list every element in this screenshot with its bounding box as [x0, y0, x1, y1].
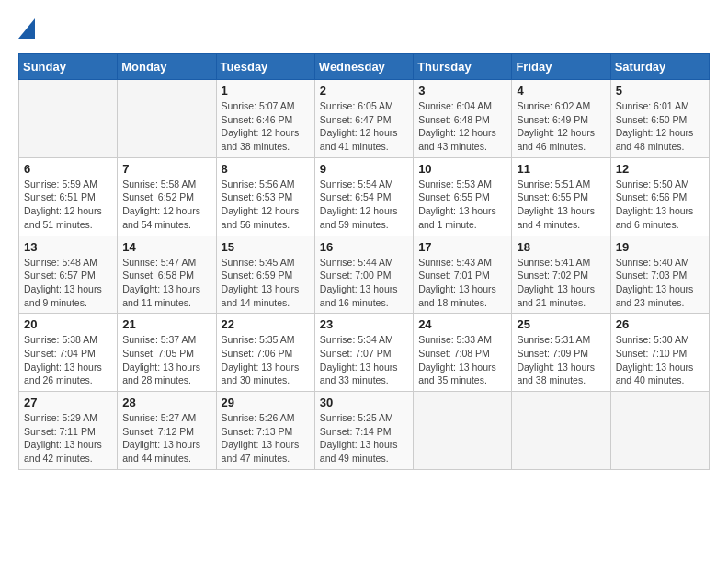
day-number: 1 [222, 84, 310, 98]
day-info: Sunrise: 5:35 AMSunset: 7:06 PMDaylight:… [222, 333, 310, 387]
weekday-header: Sunday [19, 54, 118, 80]
weekday-header: Wednesday [314, 54, 413, 80]
calendar-cell: 16Sunrise: 5:44 AMSunset: 7:00 PMDayligh… [314, 236, 413, 314]
calendar-cell: 30Sunrise: 5:25 AMSunset: 7:14 PMDayligh… [314, 392, 413, 470]
day-info: Sunrise: 5:58 AMSunset: 6:52 PMDaylight:… [122, 178, 210, 232]
day-number: 3 [418, 84, 506, 98]
calendar-cell: 13Sunrise: 5:48 AMSunset: 6:57 PMDayligh… [19, 236, 118, 314]
day-info: Sunrise: 5:40 AMSunset: 7:03 PMDaylight:… [616, 256, 704, 310]
calendar-cell: 1Sunrise: 5:07 AMSunset: 6:46 PMDaylight… [216, 80, 314, 158]
day-number: 17 [418, 240, 506, 254]
day-number: 22 [222, 317, 310, 331]
calendar-cell: 11Sunrise: 5:51 AMSunset: 6:55 PMDayligh… [512, 157, 610, 236]
calendar-cell: 8Sunrise: 5:56 AMSunset: 6:53 PMDaylight… [216, 157, 314, 236]
day-number: 30 [320, 396, 408, 409]
day-info: Sunrise: 5:27 AMSunset: 7:12 PMDaylight:… [122, 411, 210, 465]
day-number: 28 [122, 396, 210, 409]
day-number: 24 [418, 317, 506, 331]
weekday-header: Friday [512, 54, 610, 80]
day-info: Sunrise: 5:50 AMSunset: 6:56 PMDaylight:… [616, 178, 704, 232]
calendar-cell: 2Sunrise: 6:05 AMSunset: 6:47 PMDaylight… [314, 80, 413, 158]
day-info: Sunrise: 6:01 AMSunset: 6:50 PMDaylight:… [616, 99, 704, 154]
day-info: Sunrise: 5:47 AMSunset: 6:58 PMDaylight:… [122, 256, 210, 310]
calendar-cell: 3Sunrise: 6:04 AMSunset: 6:48 PMDaylight… [414, 80, 512, 158]
day-info: Sunrise: 5:07 AMSunset: 6:46 PMDaylight:… [222, 99, 310, 154]
calendar-cell: 21Sunrise: 5:37 AMSunset: 7:05 PMDayligh… [118, 314, 216, 392]
calendar-cell: 10Sunrise: 5:53 AMSunset: 6:55 PMDayligh… [414, 157, 512, 236]
day-info: Sunrise: 5:37 AMSunset: 7:05 PMDaylight:… [122, 333, 210, 387]
calendar-week-row: 20Sunrise: 5:38 AMSunset: 7:04 PMDayligh… [19, 314, 710, 392]
day-info: Sunrise: 6:02 AMSunset: 6:49 PMDaylight:… [517, 99, 605, 154]
calendar-cell: 18Sunrise: 5:41 AMSunset: 7:02 PMDayligh… [512, 236, 610, 314]
calendar-cell: 12Sunrise: 5:50 AMSunset: 6:56 PMDayligh… [610, 157, 709, 236]
day-info: Sunrise: 5:30 AMSunset: 7:10 PMDaylight:… [616, 333, 704, 387]
calendar-table: SundayMondayTuesdayWednesdayThursdayFrid… [18, 53, 710, 470]
day-number: 29 [222, 396, 310, 409]
day-number: 9 [320, 162, 408, 176]
day-info: Sunrise: 5:53 AMSunset: 6:55 PMDaylight:… [418, 178, 506, 232]
calendar-cell: 27Sunrise: 5:29 AMSunset: 7:11 PMDayligh… [19, 392, 118, 470]
calendar-week-row: 1Sunrise: 5:07 AMSunset: 6:46 PMDaylight… [19, 80, 710, 158]
day-info: Sunrise: 5:56 AMSunset: 6:53 PMDaylight:… [222, 178, 310, 232]
calendar-cell: 4Sunrise: 6:02 AMSunset: 6:49 PMDaylight… [512, 80, 610, 158]
day-number: 19 [616, 240, 704, 254]
day-info: Sunrise: 5:45 AMSunset: 6:59 PMDaylight:… [222, 256, 310, 310]
day-number: 18 [517, 240, 605, 254]
day-info: Sunrise: 5:31 AMSunset: 7:09 PMDaylight:… [517, 333, 605, 387]
page-header [18, 18, 710, 39]
day-info: Sunrise: 5:48 AMSunset: 6:57 PMDaylight:… [24, 256, 112, 310]
day-info: Sunrise: 5:44 AMSunset: 7:00 PMDaylight:… [320, 256, 408, 310]
calendar-week-row: 13Sunrise: 5:48 AMSunset: 6:57 PMDayligh… [19, 236, 710, 314]
day-number: 5 [616, 84, 704, 98]
day-number: 10 [418, 162, 506, 176]
calendar-cell: 9Sunrise: 5:54 AMSunset: 6:54 PMDaylight… [314, 157, 413, 236]
day-number: 20 [24, 317, 112, 331]
day-info: Sunrise: 5:59 AMSunset: 6:51 PMDaylight:… [24, 178, 112, 232]
calendar-cell: 28Sunrise: 5:27 AMSunset: 7:12 PMDayligh… [118, 392, 216, 470]
day-number: 4 [517, 84, 605, 98]
calendar-cell: 17Sunrise: 5:43 AMSunset: 7:01 PMDayligh… [414, 236, 512, 314]
calendar-cell: 19Sunrise: 5:40 AMSunset: 7:03 PMDayligh… [610, 236, 709, 314]
day-number: 27 [24, 396, 112, 409]
day-info: Sunrise: 5:43 AMSunset: 7:01 PMDaylight:… [418, 256, 506, 310]
day-number: 14 [122, 240, 210, 254]
calendar-cell: 6Sunrise: 5:59 AMSunset: 6:51 PMDaylight… [19, 157, 118, 236]
calendar-cell: 23Sunrise: 5:34 AMSunset: 7:07 PMDayligh… [314, 314, 413, 392]
day-number: 15 [222, 240, 310, 254]
calendar-cell [512, 392, 610, 470]
day-number: 12 [616, 162, 704, 176]
day-info: Sunrise: 5:29 AMSunset: 7:11 PMDaylight:… [24, 411, 112, 465]
logo [18, 18, 42, 39]
calendar-cell: 7Sunrise: 5:58 AMSunset: 6:52 PMDaylight… [118, 157, 216, 236]
weekday-header: Tuesday [216, 54, 314, 80]
calendar-cell [610, 392, 709, 470]
weekday-header-row: SundayMondayTuesdayWednesdayThursdayFrid… [19, 54, 710, 80]
day-info: Sunrise: 5:25 AMSunset: 7:14 PMDaylight:… [320, 411, 408, 465]
calendar-cell: 5Sunrise: 6:01 AMSunset: 6:50 PMDaylight… [610, 80, 709, 158]
day-number: 7 [122, 162, 210, 176]
weekday-header: Monday [118, 54, 216, 80]
day-info: Sunrise: 6:04 AMSunset: 6:48 PMDaylight:… [418, 99, 506, 154]
calendar-cell: 26Sunrise: 5:30 AMSunset: 7:10 PMDayligh… [610, 314, 709, 392]
calendar-week-row: 6Sunrise: 5:59 AMSunset: 6:51 PMDaylight… [19, 157, 710, 236]
day-info: Sunrise: 6:05 AMSunset: 6:47 PMDaylight:… [320, 99, 408, 154]
day-info: Sunrise: 5:33 AMSunset: 7:08 PMDaylight:… [418, 333, 506, 387]
day-info: Sunrise: 5:41 AMSunset: 7:02 PMDaylight:… [517, 256, 605, 310]
day-number: 23 [320, 317, 408, 331]
day-number: 6 [24, 162, 112, 176]
calendar-cell [118, 80, 216, 158]
day-number: 26 [616, 317, 704, 331]
calendar-cell: 29Sunrise: 5:26 AMSunset: 7:13 PMDayligh… [216, 392, 314, 470]
calendar-cell: 20Sunrise: 5:38 AMSunset: 7:04 PMDayligh… [19, 314, 118, 392]
day-info: Sunrise: 5:34 AMSunset: 7:07 PMDaylight:… [320, 333, 408, 387]
day-number: 16 [320, 240, 408, 254]
day-info: Sunrise: 5:51 AMSunset: 6:55 PMDaylight:… [517, 178, 605, 232]
day-number: 25 [517, 317, 605, 331]
day-number: 13 [24, 240, 112, 254]
day-info: Sunrise: 5:38 AMSunset: 7:04 PMDaylight:… [24, 333, 112, 387]
calendar-cell: 25Sunrise: 5:31 AMSunset: 7:09 PMDayligh… [512, 314, 610, 392]
weekday-header: Saturday [610, 54, 709, 80]
day-number: 21 [122, 317, 210, 331]
calendar-cell [414, 392, 512, 470]
day-number: 8 [222, 162, 310, 176]
